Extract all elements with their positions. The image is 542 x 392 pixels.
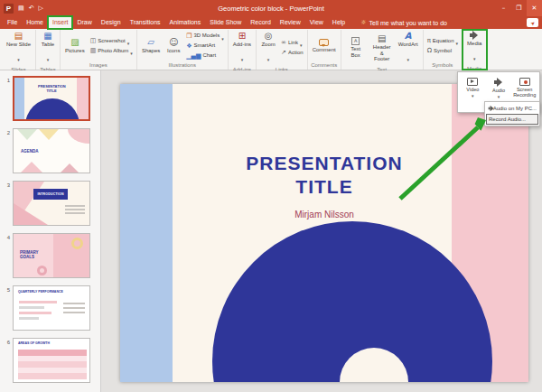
thumb-title: AGENDA [21,149,39,154]
text-box-icon: A [351,37,360,45]
title-bar: P ▤ ↶ ▷ Geometric color block - PowerPoi… [0,0,542,16]
table-button[interactable]: ▦ Table [39,30,57,66]
speaker-icon [488,106,490,112]
bar-shape [19,317,39,320]
audio-icon [493,78,504,87]
action-button[interactable]: ↗ Action [280,48,304,57]
thumbnail-slide-2[interactable]: AGENDA [13,128,90,173]
add-ins-icon: ⊞ [238,31,246,41]
maximize-button[interactable]: ❐ [511,0,527,16]
video-menu-item[interactable]: Video [460,74,486,110]
dropdown-caret-icon [498,94,500,99]
tab-help[interactable]: Help [328,16,350,29]
header-footer-button[interactable]: ▤ Header & Footer [370,33,394,63]
pictures-button[interactable]: ▨ Pictures [63,36,87,55]
dropdown-caret-icon [241,49,244,65]
thumbnail-row-3: 3 INTRODUCTION [0,181,100,233]
text-line [63,307,85,309]
tab-file[interactable]: File [3,16,22,29]
text-line [63,312,85,313]
smartart-button[interactable]: ❖ SmartArt [185,42,224,51]
symbol-button[interactable]: Ω Symbol [426,46,459,55]
text-box-button[interactable]: A Text Box [344,36,368,59]
shapes-button[interactable]: ▱ Shapes [140,36,162,55]
photo-album-button[interactable]: ▥ Photo Album [89,46,134,55]
dropdown-caret-icon [472,93,474,98]
thumbnail-slide-5[interactable]: QUARTERLY PERFORMANCE [13,285,90,331]
dropdown-caret-icon [47,49,50,65]
thumbnail-slide-6[interactable]: AREAS OF GROWTH [13,338,90,383]
powerpoint-logo: P [4,4,14,14]
audio-on-my-pc-item[interactable]: Audio on My PC... [486,103,538,114]
3d-models-button[interactable]: ❒ 3D Models [185,32,224,41]
record-audio-item[interactable]: Record Audio... [486,114,538,125]
ring-shape [71,238,83,249]
tab-slide-show[interactable]: Slide Show [205,16,246,29]
tell-me-label: Tell me what you want to do [369,20,447,26]
tab-record[interactable]: Record [246,16,276,29]
table-shape [18,350,87,379]
media-button[interactable]: Media [465,30,483,65]
slide-title-textbox[interactable]: PRESENTATION TITLE [234,152,415,199]
tab-home[interactable]: Home [22,16,48,29]
share-icon[interactable]: ➤ [527,18,538,27]
dropdown-caret-icon [17,49,20,65]
slide-number: 3 [2,181,10,188]
tab-animations[interactable]: Animations [165,16,206,29]
triangle-shape [21,162,42,173]
add-ins-button[interactable]: ⊞ Add-ins [231,30,253,66]
zoom-icon: ◎ [265,31,273,41]
slide-number: 1 [2,76,10,83]
save-icon[interactable]: ▤ [18,0,24,16]
screenshot-button[interactable]: ◫ Screenshot [89,36,134,45]
ribbon-group-slides: ▤ New Slide Slides [2,30,36,70]
triangle-shape [61,163,79,173]
media-speaker-icon [469,31,480,40]
chart-icon: ▁▄▆ [186,52,201,60]
triangle-shape [14,203,48,225]
icons-button[interactable]: ☺ Icons [164,36,182,55]
ribbon-group-add-ins: ⊞ Add-ins Add-ins [229,30,257,70]
thumbnail-slide-1[interactable]: PRESENTATION TITLE [13,76,90,121]
thumbnail-slide-3[interactable]: INTRODUCTION [13,181,90,226]
chart-button[interactable]: ▁▄▆ Chart [185,51,224,61]
pictures-icon: ▨ [70,37,79,47]
quick-access-toolbar: P ▤ ↶ ▷ [4,0,43,16]
minimize-button[interactable]: – [496,0,511,16]
wordart-button[interactable]: A WordArt [397,30,420,66]
tab-draw[interactable]: Draw [72,16,96,29]
slide-subtitle-textbox[interactable]: Mirjam Nilsson [189,210,460,219]
slide-editor[interactable]: PRESENTATION TITLE Mirjam Nilsson [120,84,528,382]
tab-view[interactable]: View [305,16,328,29]
equation-button[interactable]: π Equation [426,36,459,45]
lightbulb-icon: ☼ [360,19,366,26]
tab-transitions[interactable]: Transitions [126,16,165,29]
new-slide-button[interactable]: ▤ New Slide [5,30,33,66]
link-icon: ∞ [281,39,286,46]
thumbnail-slide-4[interactable]: PRIMARY GOALS [13,233,90,278]
comment-button[interactable]: Comment [311,38,338,54]
ribbon: ▤ New Slide Slides ▦ Table Tables ▨ [0,29,542,70]
dropdown-caret-icon [473,48,476,64]
screenshot-icon: ◫ [90,37,97,44]
quarter-circle-shape [68,129,89,144]
present-icon[interactable]: ▷ [39,0,43,16]
link-button[interactable]: ∞ Link [280,38,304,47]
tab-insert[interactable]: Insert [48,16,73,29]
thumbnail-row-4: 4 PRIMARY GOALS [0,233,100,285]
bar-shape [19,312,51,314]
tab-design[interactable]: Design [97,16,126,29]
thumbnail-row-2: 2 AGENDA [0,128,100,181]
pink-band-shape [77,78,89,119]
tell-me-search[interactable]: ☼ Tell me what you want to do [360,16,447,29]
zoom-button[interactable]: ◎ Zoom [259,30,277,66]
undo-icon[interactable]: ↶ [29,0,34,16]
tab-review[interactable]: Review [276,16,305,29]
close-button[interactable]: ✕ [527,0,542,16]
photo-album-icon: ▥ [90,47,97,54]
ribbon-group-illustrations: ▱ Shapes ☺ Icons ❒ 3D Models ❖ SmartArt [137,30,229,70]
slide-canvas[interactable]: PRESENTATION TITLE Mirjam Nilsson [101,70,542,392]
thumbnail-row-5: 5 QUARTERLY PERFORMANCE [0,285,100,338]
slide-number: 6 [2,338,10,345]
title-block: INTRODUCTION [33,189,68,200]
